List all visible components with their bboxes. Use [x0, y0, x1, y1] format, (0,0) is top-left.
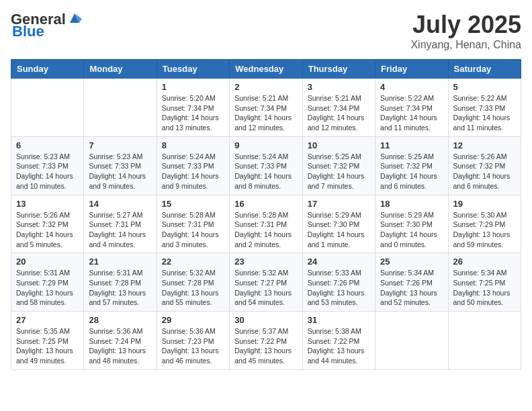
calendar-cell: 20Sunrise: 5:31 AMSunset: 7:29 PMDayligh… — [11, 253, 84, 312]
calendar-cell: 11Sunrise: 5:25 AMSunset: 7:32 PMDayligh… — [375, 136, 448, 195]
calendar-cell: 14Sunrise: 5:27 AMSunset: 7:31 PMDayligh… — [84, 195, 157, 253]
day-number: 26 — [453, 257, 516, 267]
calendar-cell: 19Sunrise: 5:30 AMSunset: 7:29 PMDayligh… — [448, 195, 521, 253]
day-info: Sunrise: 5:21 AMSunset: 7:34 PMDaylight:… — [234, 93, 297, 133]
calendar-cell: 26Sunrise: 5:34 AMSunset: 7:25 PMDayligh… — [448, 253, 521, 312]
day-info: Sunrise: 5:23 AMSunset: 7:33 PMDaylight:… — [16, 152, 79, 191]
title-block: July 2025 Xinyang, Henan, China — [410, 11, 521, 51]
day-info: Sunrise: 5:30 AMSunset: 7:29 PMDaylight:… — [453, 210, 516, 250]
calendar-table: SundayMondayTuesdayWednesdayThursdayFrid… — [11, 59, 521, 370]
day-number: 5 — [453, 82, 516, 92]
day-number: 23 — [234, 257, 297, 267]
day-info: Sunrise: 5:28 AMSunset: 7:31 PMDaylight:… — [162, 210, 224, 250]
day-info: Sunrise: 5:23 AMSunset: 7:33 PMDaylight:… — [89, 152, 151, 191]
day-number: 19 — [453, 199, 516, 209]
day-info: Sunrise: 5:25 AMSunset: 7:32 PMDaylight:… — [380, 152, 443, 191]
calendar-cell: 25Sunrise: 5:34 AMSunset: 7:26 PMDayligh… — [375, 253, 448, 312]
day-info: Sunrise: 5:36 AMSunset: 7:23 PMDaylight:… — [162, 326, 224, 366]
day-number: 14 — [89, 199, 151, 209]
day-info: Sunrise: 5:28 AMSunset: 7:31 PMDaylight:… — [234, 210, 297, 250]
calendar-cell: 7Sunrise: 5:23 AMSunset: 7:33 PMDaylight… — [84, 136, 157, 195]
day-info: Sunrise: 5:25 AMSunset: 7:32 PMDaylight:… — [308, 152, 370, 191]
day-info: Sunrise: 5:22 AMSunset: 7:33 PMDaylight:… — [453, 93, 516, 133]
calendar-cell: 13Sunrise: 5:26 AMSunset: 7:32 PMDayligh… — [11, 195, 84, 253]
calendar-cell: 5Sunrise: 5:22 AMSunset: 7:33 PMDaylight… — [448, 79, 521, 137]
calendar-header-row: SundayMondayTuesdayWednesdayThursdayFrid… — [11, 60, 521, 79]
calendar-cell: 30Sunrise: 5:37 AMSunset: 7:22 PMDayligh… — [230, 312, 302, 370]
day-info: Sunrise: 5:32 AMSunset: 7:28 PMDaylight:… — [162, 268, 224, 308]
day-info: Sunrise: 5:29 AMSunset: 7:30 PMDaylight:… — [308, 210, 370, 250]
calendar-cell: 16Sunrise: 5:28 AMSunset: 7:31 PMDayligh… — [230, 195, 302, 253]
calendar-cell: 2Sunrise: 5:21 AMSunset: 7:34 PMDaylight… — [230, 79, 302, 137]
calendar-cell: 28Sunrise: 5:36 AMSunset: 7:24 PMDayligh… — [84, 312, 157, 370]
day-info: Sunrise: 5:20 AMSunset: 7:34 PMDaylight:… — [162, 93, 224, 133]
logo-blue: Blue — [12, 23, 44, 40]
day-number: 21 — [89, 257, 151, 267]
day-info: Sunrise: 5:26 AMSunset: 7:32 PMDaylight:… — [16, 210, 79, 250]
logo: General Blue — [11, 11, 82, 40]
day-info: Sunrise: 5:29 AMSunset: 7:30 PMDaylight:… — [380, 210, 443, 250]
weekday-header: Friday — [375, 60, 448, 79]
calendar-cell: 18Sunrise: 5:29 AMSunset: 7:30 PMDayligh… — [375, 195, 448, 253]
day-info: Sunrise: 5:24 AMSunset: 7:33 PMDaylight:… — [234, 152, 297, 191]
calendar-cell: 3Sunrise: 5:21 AMSunset: 7:34 PMDaylight… — [302, 79, 375, 137]
day-number: 16 — [234, 199, 297, 209]
calendar-cell: 27Sunrise: 5:35 AMSunset: 7:25 PMDayligh… — [11, 312, 84, 370]
day-info: Sunrise: 5:36 AMSunset: 7:24 PMDaylight:… — [89, 326, 151, 366]
calendar-cell: 8Sunrise: 5:24 AMSunset: 7:33 PMDaylight… — [157, 136, 229, 195]
weekday-header: Monday — [84, 60, 157, 79]
logo-icon — [67, 11, 82, 26]
day-info: Sunrise: 5:33 AMSunset: 7:26 PMDaylight:… — [308, 268, 370, 308]
calendar-cell — [11, 79, 84, 137]
day-number: 4 — [380, 82, 443, 92]
calendar-cell: 4Sunrise: 5:22 AMSunset: 7:34 PMDaylight… — [375, 79, 448, 137]
day-info: Sunrise: 5:37 AMSunset: 7:22 PMDaylight:… — [234, 326, 297, 366]
calendar-week-row: 27Sunrise: 5:35 AMSunset: 7:25 PMDayligh… — [11, 312, 521, 370]
day-number: 24 — [308, 257, 370, 267]
day-info: Sunrise: 5:35 AMSunset: 7:25 PMDaylight:… — [16, 326, 79, 366]
day-number: 29 — [162, 315, 224, 325]
calendar-cell: 9Sunrise: 5:24 AMSunset: 7:33 PMDaylight… — [230, 136, 302, 195]
day-number: 9 — [234, 140, 297, 150]
day-number: 12 — [453, 140, 516, 150]
day-info: Sunrise: 5:31 AMSunset: 7:28 PMDaylight:… — [89, 268, 151, 308]
day-info: Sunrise: 5:38 AMSunset: 7:22 PMDaylight:… — [308, 326, 370, 366]
calendar-cell: 10Sunrise: 5:25 AMSunset: 7:32 PMDayligh… — [302, 136, 375, 195]
day-number: 28 — [89, 315, 151, 325]
day-number: 1 — [162, 82, 224, 92]
day-number: 10 — [308, 140, 370, 150]
calendar-week-row: 20Sunrise: 5:31 AMSunset: 7:29 PMDayligh… — [11, 253, 521, 312]
day-info: Sunrise: 5:22 AMSunset: 7:34 PMDaylight:… — [380, 93, 443, 133]
day-number: 30 — [234, 315, 297, 325]
calendar-week-row: 1Sunrise: 5:20 AMSunset: 7:34 PMDaylight… — [11, 79, 521, 137]
day-info: Sunrise: 5:34 AMSunset: 7:25 PMDaylight:… — [453, 268, 516, 308]
day-number: 20 — [16, 257, 79, 267]
day-info: Sunrise: 5:32 AMSunset: 7:27 PMDaylight:… — [234, 268, 297, 308]
calendar-cell: 29Sunrise: 5:36 AMSunset: 7:23 PMDayligh… — [157, 312, 229, 370]
calendar-cell: 15Sunrise: 5:28 AMSunset: 7:31 PMDayligh… — [157, 195, 229, 253]
calendar-cell: 24Sunrise: 5:33 AMSunset: 7:26 PMDayligh… — [302, 253, 375, 312]
day-number: 7 — [89, 140, 151, 150]
day-info: Sunrise: 5:26 AMSunset: 7:32 PMDaylight:… — [453, 152, 516, 191]
day-number: 15 — [162, 199, 224, 209]
day-number: 18 — [380, 199, 443, 209]
day-number: 3 — [308, 82, 370, 92]
calendar-cell: 21Sunrise: 5:31 AMSunset: 7:28 PMDayligh… — [84, 253, 157, 312]
day-info: Sunrise: 5:31 AMSunset: 7:29 PMDaylight:… — [16, 268, 79, 308]
month-title: July 2025 — [410, 11, 521, 39]
calendar-cell — [375, 312, 448, 370]
day-number: 22 — [162, 257, 224, 267]
weekday-header: Thursday — [302, 60, 375, 79]
calendar-cell: 22Sunrise: 5:32 AMSunset: 7:28 PMDayligh… — [157, 253, 229, 312]
day-info: Sunrise: 5:27 AMSunset: 7:31 PMDaylight:… — [89, 210, 151, 250]
weekday-header: Tuesday — [157, 60, 229, 79]
day-info: Sunrise: 5:24 AMSunset: 7:33 PMDaylight:… — [162, 152, 224, 191]
location-title: Xinyang, Henan, China — [410, 39, 521, 51]
day-number: 17 — [308, 199, 370, 209]
day-info: Sunrise: 5:21 AMSunset: 7:34 PMDaylight:… — [308, 93, 370, 133]
calendar-cell — [84, 79, 157, 137]
day-number: 11 — [380, 140, 443, 150]
calendar-week-row: 13Sunrise: 5:26 AMSunset: 7:32 PMDayligh… — [11, 195, 521, 253]
day-number: 31 — [308, 315, 370, 325]
calendar-week-row: 6Sunrise: 5:23 AMSunset: 7:33 PMDaylight… — [11, 136, 521, 195]
